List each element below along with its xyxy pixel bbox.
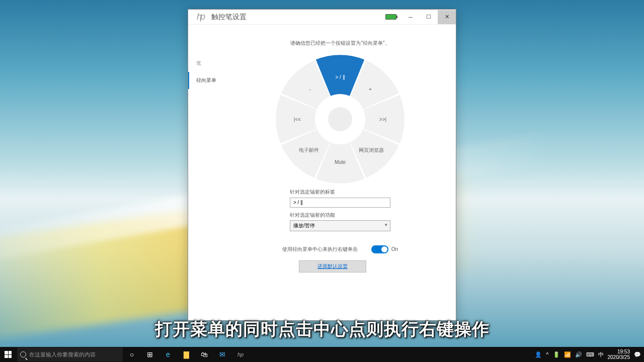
- clock-time: 19:53: [608, 349, 630, 354]
- store-icon[interactable]: 🛍: [195, 347, 213, 362]
- people-icon[interactable]: 👤: [535, 351, 542, 358]
- close-button[interactable]: ✕: [438, 10, 456, 24]
- volume-icon[interactable]: 🔊: [575, 351, 582, 358]
- hp-app-icon[interactable]: hp: [231, 347, 250, 362]
- function-field-label: 针对选定辐射的功能: [290, 212, 390, 219]
- notifications-icon[interactable]: 💬: [634, 351, 641, 358]
- taskbar-search[interactable]: 在这里输入你要搜索的内容: [17, 347, 123, 361]
- radial-menu: > / ‖ + >>| 网页浏览器 Mute 电子邮件 |<< -: [275, 54, 406, 185]
- start-button[interactable]: [0, 347, 16, 362]
- explorer-icon[interactable]: ▇: [177, 347, 195, 362]
- sidebar-item-radial-menu[interactable]: 径向菜单: [188, 72, 224, 89]
- reset-defaults-button[interactable]: 还原默认设置: [299, 260, 366, 273]
- label-input[interactable]: [290, 198, 390, 208]
- ime-indicator[interactable]: 中: [598, 351, 604, 358]
- wifi-icon[interactable]: 📶: [564, 351, 571, 358]
- tray-expand-icon[interactable]: ^: [546, 351, 548, 357]
- toggle-label: 使用径向菜单中心来执行右键单击: [282, 246, 358, 253]
- radial-center[interactable]: [328, 107, 352, 131]
- sidebar-item-pen[interactable]: 笔: [188, 55, 224, 72]
- minimize-button[interactable]: ─: [401, 10, 420, 24]
- hp-logo-icon: hp: [193, 10, 207, 24]
- windows-icon: [5, 351, 12, 358]
- battery-icon: [385, 14, 396, 20]
- edge-icon[interactable]: e: [159, 347, 177, 362]
- sidebar: 笔 径向菜单: [188, 25, 224, 320]
- mail-icon[interactable]: ✉: [213, 347, 231, 362]
- video-subtitle: 打开菜单的同时点击中心点则执行右键操作: [155, 318, 490, 341]
- keyboard-icon[interactable]: ⌨: [586, 351, 594, 358]
- instruction-text: 请确信您已经把一个按钮设置为"径向菜单"。: [290, 40, 389, 47]
- app-window: hp 触控笔设置 ─ ☐ ✕ 笔 径向菜单 请确信您已经把一个按钮设置为"径向菜…: [188, 9, 456, 321]
- clock[interactable]: 19:53 2020/3/25: [608, 349, 630, 360]
- toggle-state-text: On: [391, 246, 398, 252]
- task-view-icon[interactable]: ⊞: [141, 347, 159, 362]
- window-title: 触控笔设置: [211, 13, 385, 22]
- maximize-button[interactable]: ☐: [420, 10, 438, 24]
- titlebar: hp 触控笔设置 ─ ☐ ✕: [188, 10, 456, 25]
- battery-tray-icon[interactable]: 🔋: [553, 351, 560, 358]
- search-icon: [20, 351, 26, 357]
- cortana-icon[interactable]: ○: [123, 347, 141, 362]
- right-click-toggle[interactable]: [371, 245, 388, 253]
- taskbar: 在这里输入你要搜索的内容 ○ ⊞ e ▇ 🛍 ✉ hp 👤 ^ 🔋 📶 🔊 ⌨ …: [0, 347, 644, 362]
- function-select[interactable]: 播放/暂停: [290, 220, 390, 231]
- main-panel: 请确信您已经把一个按钮设置为"径向菜单"。: [224, 25, 456, 320]
- search-placeholder: 在这里输入你要搜索的内容: [29, 351, 96, 358]
- clock-date: 2020/3/25: [608, 354, 630, 360]
- label-field-label: 针对选定辐射的标签: [290, 189, 390, 196]
